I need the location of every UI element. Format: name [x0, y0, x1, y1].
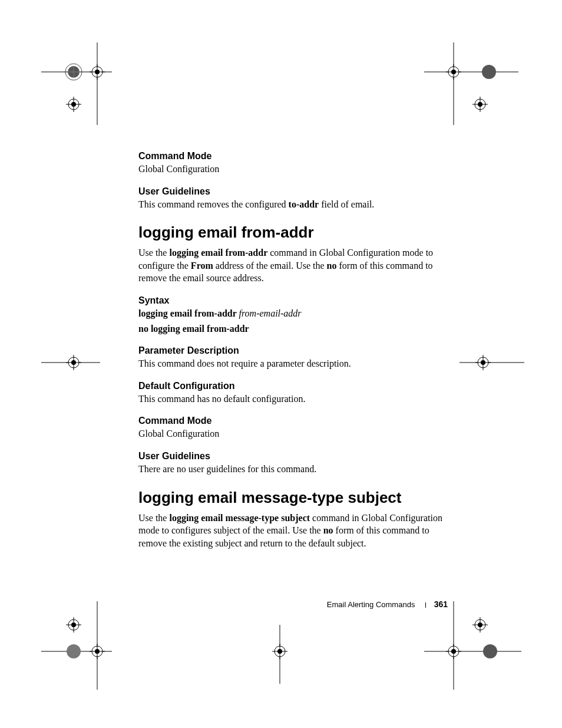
heading-command-mode-1: Command Mode — [138, 151, 451, 162]
svg-point-10 — [68, 99, 79, 110]
svg-point-56 — [478, 622, 482, 627]
svg-point-9 — [95, 70, 100, 74]
svg-point-61 — [483, 644, 497, 658]
heading-logging-email-message-type-subject: logging email message-type subject — [138, 489, 451, 507]
footer-separator — [425, 602, 426, 608]
svg-point-24 — [478, 102, 482, 107]
crop-mark-tr — [424, 42, 518, 125]
svg-point-53 — [475, 620, 485, 630]
crop-mark-tl — [41, 42, 112, 125]
heading-syntax: Syntax — [138, 295, 451, 306]
footer-page-number: 361 — [434, 599, 448, 609]
svg-point-3 — [68, 66, 80, 78]
footer-section: Email Alerting Commands — [327, 600, 415, 609]
page-footer: Email Alerting Commands 361 — [0, 599, 448, 609]
svg-point-16 — [448, 67, 459, 77]
page-content: Command Mode Global Configuration User G… — [138, 151, 451, 554]
svg-point-41 — [92, 646, 103, 657]
text-user-guidelines-1: This command removes the configured to-a… — [138, 198, 451, 211]
text-from-addr-intro: Use the logging email from-addr command … — [138, 246, 451, 285]
svg-point-47 — [275, 646, 285, 657]
svg-point-13 — [71, 102, 76, 107]
svg-point-50 — [277, 649, 282, 654]
text-command-mode-2: Global Configuration — [138, 427, 451, 440]
syntax-line-2: no logging email from-addr — [138, 322, 451, 335]
svg-point-6 — [92, 67, 103, 77]
svg-point-31 — [478, 357, 488, 368]
crop-mark-bc — [236, 625, 324, 684]
svg-point-19 — [451, 70, 456, 74]
svg-point-57 — [448, 646, 459, 657]
svg-point-34 — [481, 360, 485, 365]
crop-mark-br — [424, 601, 521, 690]
svg-point-60 — [451, 649, 456, 654]
svg-point-20 — [482, 65, 496, 79]
text-user-guidelines-2: There are no user guidelines for this co… — [138, 463, 451, 476]
heading-logging-email-from-addr: logging email from-addr — [138, 223, 451, 242]
svg-point-37 — [68, 620, 79, 630]
svg-point-29 — [71, 360, 76, 365]
svg-point-44 — [95, 649, 100, 654]
crop-mark-mr — [459, 333, 524, 392]
crop-mark-bl — [41, 601, 112, 690]
svg-point-2 — [65, 64, 82, 80]
text-command-mode-1: Global Configuration — [138, 163, 451, 176]
crop-mark-ml — [41, 333, 100, 392]
heading-user-guidelines-2: User Guidelines — [138, 451, 451, 462]
svg-point-40 — [71, 622, 76, 627]
svg-point-26 — [68, 357, 79, 368]
text-default-configuration: This command has no default configuratio… — [138, 393, 451, 406]
heading-parameter-description: Parameter Description — [138, 345, 451, 356]
text-message-type-intro: Use the logging email message-type subje… — [138, 512, 451, 550]
heading-command-mode-2: Command Mode — [138, 416, 451, 426]
text-parameter-description: This command does not require a paramete… — [138, 357, 451, 370]
svg-point-21 — [475, 99, 485, 110]
syntax-line-1: logging email from-addr from-email-addr — [138, 307, 451, 320]
heading-default-configuration: Default Configuration — [138, 381, 451, 391]
heading-user-guidelines-1: User Guidelines — [138, 186, 451, 197]
svg-point-45 — [67, 644, 81, 658]
